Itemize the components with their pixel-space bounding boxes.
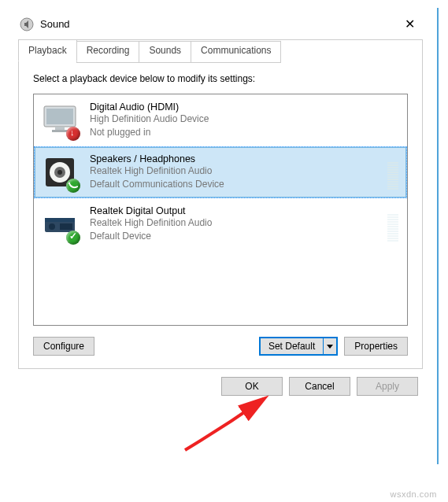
properties-button[interactable]: Properties: [344, 337, 408, 356]
device-status: Default Device: [90, 230, 383, 243]
chevron-down-icon: [327, 343, 333, 349]
sound-dialog: Sound ✕ Playback Recording Sounds Commun…: [12, 12, 429, 399]
device-name: Digital Audio (HDMI): [90, 102, 398, 113]
digital-out-icon: [41, 205, 79, 243]
device-item-digital-output[interactable]: Realtek Digital Output Realtek High Defi…: [34, 198, 407, 250]
tab-sounds[interactable]: Sounds: [139, 41, 191, 63]
configure-button[interactable]: Configure: [33, 337, 94, 356]
phone-badge: [66, 179, 80, 193]
prompt-text: Select a playback device below to modify…: [33, 73, 408, 84]
titlebar: Sound ✕: [12, 12, 429, 39]
device-item-speakers[interactable]: Speakers / Headphones Realtek High Defin…: [34, 146, 407, 198]
annotation-arrow: [177, 395, 280, 458]
apply-button: Apply: [357, 377, 418, 396]
tab-recording[interactable]: Recording: [76, 41, 140, 63]
svg-rect-12: [60, 223, 72, 230]
device-driver: Realtek High Definition Audio: [90, 216, 383, 230]
window-title: Sound: [40, 18, 398, 30]
check-badge: [66, 231, 80, 245]
device-list[interactable]: Digital Audio (HDMI) High Definition Aud…: [33, 94, 408, 326]
svg-rect-10: [45, 218, 75, 222]
device-item-hdmi[interactable]: Digital Audio (HDMI) High Definition Aud…: [34, 94, 407, 146]
set-default-dropdown[interactable]: [323, 338, 336, 354]
device-status: Not plugged in: [90, 126, 398, 139]
svg-point-8: [57, 170, 62, 175]
close-button[interactable]: ✕: [398, 17, 421, 31]
svg-point-11: [49, 223, 55, 230]
watermark: wsxdn.com: [390, 489, 437, 499]
tab-communications[interactable]: Communications: [191, 41, 281, 63]
level-meter: [387, 207, 398, 242]
down-arrow-badge: [66, 127, 80, 141]
monitor-icon: [41, 102, 79, 139]
svg-rect-2: [46, 109, 73, 124]
svg-rect-4: [52, 130, 68, 132]
speaker-icon: [41, 153, 79, 191]
svg-rect-3: [55, 127, 65, 130]
tab-strip: Playback Recording Sounds Communications: [18, 39, 422, 61]
device-status: Default Communications Device: [90, 178, 383, 191]
device-driver: Realtek High Definition Audio: [90, 164, 383, 178]
set-default-button[interactable]: Set Default: [259, 337, 338, 356]
tab-playback[interactable]: Playback: [18, 39, 77, 61]
window-edge-highlight: [437, 8, 439, 464]
device-name: Realtek Digital Output: [90, 205, 383, 216]
set-default-label: Set Default: [261, 338, 323, 354]
level-meter: [387, 155, 398, 190]
cancel-button[interactable]: Cancel: [289, 377, 350, 396]
ok-button[interactable]: OK: [221, 377, 283, 396]
device-driver: High Definition Audio Device: [90, 113, 398, 126]
sound-icon: [20, 17, 34, 31]
device-name: Speakers / Headphones: [90, 153, 383, 164]
